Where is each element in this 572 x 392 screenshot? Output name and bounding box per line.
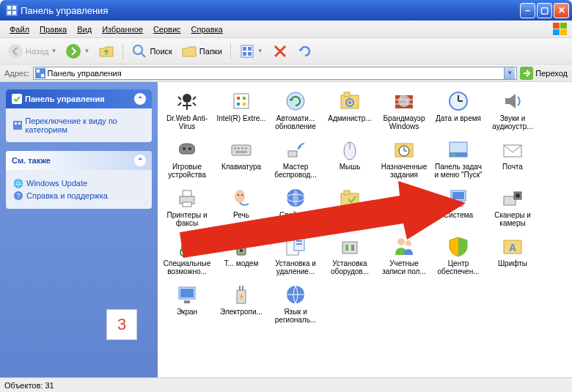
chevron-up-icon[interactable]: ⌃	[134, 155, 146, 166]
maximize-button[interactable]: ▢	[537, 3, 552, 18]
cpl-item-label: Мастер беспровод...	[270, 163, 321, 179]
cpl-item-scheduled[interactable]: Назначенные задания	[378, 136, 430, 180]
up-button[interactable]	[95, 42, 117, 61]
cpl-item-browseropt[interactable]: Свойства обозревателя	[269, 185, 322, 229]
search-button[interactable]: Поиск	[128, 42, 175, 61]
cpl-item-regional[interactable]: Язык и региональ...	[269, 281, 322, 325]
cpl-item-hidden1[interactable]	[378, 185, 430, 229]
svg-rect-108	[180, 289, 194, 297]
window-buttons: – ▢ ✕	[520, 3, 569, 18]
views-button[interactable]: ▼	[236, 42, 266, 61]
sidebar-link-windows-update[interactable]: 🌐 Windows Update	[13, 178, 144, 188]
dropdown-icon: ▼	[51, 48, 57, 54]
cpl-item-keyboard[interactable]: Клавиатура	[215, 136, 268, 180]
undo-icon	[297, 43, 313, 59]
menu-favorites[interactable]: Избранное	[99, 23, 146, 35]
folders-icon	[181, 43, 197, 59]
cpl-item-addremove[interactable]: Установка и удаление...	[269, 233, 322, 277]
go-button[interactable]: Переход	[520, 67, 568, 80]
cpl-item-autoupdate[interactable]: Автомати... обновление	[269, 88, 322, 132]
cpl-item-hardware[interactable]: Установка оборудов...	[323, 233, 376, 277]
cpl-item-label: Принтеры и факсы	[161, 211, 213, 227]
svg-rect-61	[241, 147, 243, 149]
cpl-item-label: Речь	[216, 211, 267, 219]
panel-control-header[interactable]: Панель управления ⌃	[6, 89, 152, 108]
cpl-item-taskbar[interactable]: Панель задач и меню "Пуск"	[432, 136, 485, 180]
firewall-icon	[392, 89, 416, 113]
cpl-item-label: Установка и удаление...	[270, 259, 321, 275]
address-dropdown[interactable]: ▼	[504, 67, 515, 79]
cpl-item-security[interactable]: Центр обеспечен...	[432, 233, 485, 277]
svg-rect-25	[13, 121, 22, 130]
svg-line-12	[142, 53, 145, 57]
cpl-item-datetime[interactable]: Дата и время	[432, 88, 485, 132]
svg-rect-111	[239, 286, 241, 290]
svg-point-80	[241, 194, 243, 196]
window-title: Панель управления	[21, 5, 520, 16]
status-objects: Объектов: 31	[4, 381, 54, 390]
cpl-item-intel[interactable]: Intel(R) Extre...	[215, 88, 268, 132]
svg-rect-16	[243, 52, 246, 56]
minimize-button[interactable]: –	[520, 3, 535, 18]
svg-rect-21	[36, 69, 39, 72]
cpl-item-folderopt[interactable]: Свойства па...	[323, 185, 376, 229]
gamectrl-icon	[175, 138, 199, 161]
chevron-up-icon[interactable]: ⌃	[134, 93, 146, 105]
menu-view[interactable]: Вид	[74, 23, 95, 35]
svg-rect-27	[18, 122, 21, 125]
close-button[interactable]: ✕	[554, 3, 569, 18]
undo-button[interactable]	[294, 42, 316, 61]
cpl-item-phone[interactable]: Т... модем	[215, 233, 268, 277]
cpl-item-printers[interactable]: Принтеры и факсы	[161, 185, 213, 229]
cpl-item-display[interactable]: Экран	[161, 281, 213, 325]
cpl-item-speech[interactable]: Речь	[215, 185, 268, 229]
cpl-item-fonts[interactable]: AШрифты	[486, 233, 539, 277]
svg-point-56	[183, 147, 186, 150]
control-panel-icon	[35, 68, 45, 78]
sound-icon	[501, 89, 524, 113]
cpl-item-label: Шрифты	[487, 259, 538, 267]
cpl-item-label: Почта	[487, 163, 538, 171]
cpl-item-gamectrl[interactable]: Игровые устройства	[161, 136, 213, 180]
svg-line-34	[193, 97, 196, 100]
sidebar-link-help[interactable]: ? Справка и поддержка	[13, 191, 144, 201]
svg-rect-112	[242, 286, 243, 290]
menu-help[interactable]: Справка	[188, 23, 226, 35]
cpl-item-wireless[interactable]: Мастер беспровод...	[269, 136, 322, 180]
cpl-item-drweb[interactable]: Dr.Web Anti-Virus	[161, 88, 213, 132]
sidebar-link-switch-view[interactable]: Переключение к виду по категориям	[13, 117, 144, 134]
cpl-item-mouse[interactable]: Мышь	[323, 136, 376, 180]
cpl-item-access[interactable]: Специальные возможно...	[161, 233, 213, 277]
svg-rect-3	[7, 11, 11, 15]
cpl-item-power[interactable]: Электропи...	[215, 281, 268, 325]
cpl-item-scanners[interactable]: Сканеры и камеры	[486, 185, 539, 229]
cpl-item-users[interactable]: Учетные записи пол...	[378, 233, 430, 277]
forward-button[interactable]: ▼	[62, 42, 92, 61]
svg-rect-76	[183, 191, 191, 196]
menu-edit[interactable]: Правка	[37, 23, 70, 35]
cpl-item-admin[interactable]: Администр...	[323, 88, 376, 132]
cpl-item-system[interactable]: Система	[432, 185, 485, 229]
svg-point-103	[397, 238, 405, 245]
svg-rect-102	[351, 245, 354, 251]
control-panel-icon	[6, 4, 18, 16]
menu-file[interactable]: Файл	[7, 23, 32, 35]
users-icon	[392, 234, 416, 258]
cpl-item-label: Специальные возможно...	[161, 259, 213, 275]
back-button[interactable]: Назад ▼	[4, 42, 59, 61]
svg-rect-2	[12, 6, 16, 10]
panel-seealso-header[interactable]: См. также ⌃	[6, 151, 152, 170]
cpl-item-mail[interactable]: Почта	[486, 136, 539, 180]
address-field[interactable]: Панель управления ▼	[33, 67, 518, 80]
svg-rect-101	[345, 245, 348, 251]
cpl-item-sound[interactable]: Звуки и аудиоустр...	[486, 88, 539, 132]
delete-button[interactable]	[269, 42, 291, 61]
printers-icon	[175, 186, 199, 210]
menu-tools[interactable]: Сервис	[150, 23, 184, 35]
folders-button[interactable]: Папки	[178, 42, 225, 61]
svg-rect-14	[243, 47, 246, 51]
svg-rect-77	[183, 202, 191, 207]
cpl-item-firewall[interactable]: Брандмауэр Windows	[378, 88, 430, 132]
annotation-badge: 3	[106, 309, 137, 340]
svg-rect-60	[238, 147, 240, 149]
